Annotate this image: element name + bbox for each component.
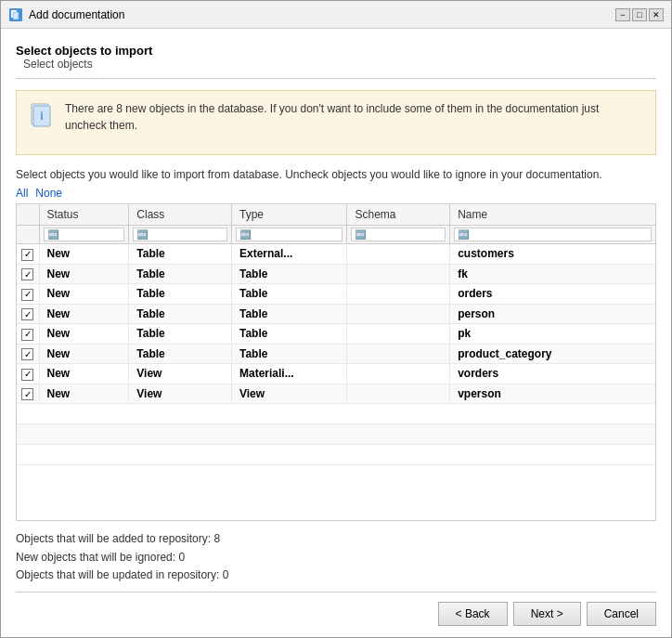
summary-line1: Objects that will be added to repository… xyxy=(16,530,656,548)
row-class: Table xyxy=(129,244,232,265)
cancel-button[interactable]: Cancel xyxy=(587,602,656,626)
window-controls: − □ ✕ xyxy=(615,8,664,21)
row-type: Table xyxy=(231,324,347,345)
row-schema xyxy=(347,264,450,284)
row-status: New xyxy=(39,244,129,265)
table-row: New View View vperson xyxy=(17,384,655,404)
info-text: There are 8 new objects in the database.… xyxy=(65,100,642,134)
row-checkbox-cell[interactable] xyxy=(17,384,39,404)
svg-text:i: i xyxy=(40,110,43,123)
svg-rect-2 xyxy=(13,12,19,20)
type-header: Type xyxy=(231,204,347,226)
row-name: customers xyxy=(450,244,655,265)
info-box: i There are 8 new objects in the databas… xyxy=(16,90,656,155)
row-type: Table xyxy=(231,284,347,305)
row-checkbox[interactable] xyxy=(21,308,33,320)
row-type: Table xyxy=(231,264,347,284)
filter-status-cell: 🔤 xyxy=(39,226,129,244)
row-checkbox[interactable] xyxy=(21,289,33,301)
row-schema xyxy=(347,284,450,305)
row-name: product_category xyxy=(450,344,655,364)
schema-header: Schema xyxy=(347,204,450,226)
back-button[interactable]: < Back xyxy=(438,602,508,626)
row-status: New xyxy=(39,324,129,345)
row-type: Table xyxy=(231,344,347,364)
row-checkbox[interactable] xyxy=(21,329,33,341)
row-class: Table xyxy=(129,264,232,284)
minimize-button[interactable]: − xyxy=(615,8,630,21)
name-header: Name xyxy=(450,204,655,226)
row-status: New xyxy=(39,304,129,324)
filter-type-cell: 🔤 xyxy=(231,226,347,244)
schema-filter-input[interactable]: 🔤 xyxy=(351,228,446,241)
row-status: New xyxy=(39,284,129,305)
all-link[interactable]: All xyxy=(16,187,28,200)
table-row: New Table External... customers xyxy=(17,244,655,265)
app-icon xyxy=(8,7,23,22)
row-class: Table xyxy=(129,344,232,364)
row-checkbox-cell[interactable] xyxy=(17,264,39,284)
info-icon: i xyxy=(30,102,56,128)
table-row: New Table Table pk xyxy=(17,324,655,345)
filter-checkbox-cell xyxy=(17,226,39,244)
filter-name-cell: 🔤 xyxy=(450,226,655,244)
row-class: View xyxy=(129,384,232,404)
row-name: person xyxy=(450,304,655,324)
row-schema xyxy=(347,344,450,364)
row-name: orders xyxy=(450,284,655,305)
checkbox-header xyxy=(17,204,39,226)
header-divider xyxy=(16,78,656,79)
summary-line2: New objects that will be ignored: 0 xyxy=(16,549,656,566)
empty-row xyxy=(17,424,655,445)
row-checkbox[interactable] xyxy=(21,268,33,280)
summary-line3: Objects that will be updated in reposito… xyxy=(16,566,656,584)
row-type: Materiali... xyxy=(231,364,347,384)
row-checkbox[interactable] xyxy=(21,388,33,400)
row-schema xyxy=(347,324,450,345)
type-filter-input[interactable]: 🔤 xyxy=(236,228,343,241)
row-schema xyxy=(347,364,450,384)
title-bar: Add documentation − □ ✕ xyxy=(1,1,671,29)
table-row: New Table Table fk xyxy=(17,264,655,284)
table-row: New Table Table product_category xyxy=(17,344,655,364)
row-type: External... xyxy=(231,244,347,265)
footer: < Back Next > Cancel xyxy=(16,592,656,626)
row-name: vorders xyxy=(450,364,655,384)
class-filter-input[interactable]: 🔤 xyxy=(133,228,227,241)
row-status: New xyxy=(39,384,129,404)
maximize-button[interactable]: □ xyxy=(632,8,647,21)
empty-row xyxy=(17,404,655,424)
filter-row: 🔤 🔤 🔤 xyxy=(17,226,655,244)
all-none-row: All None xyxy=(16,187,656,200)
row-type: Table xyxy=(231,304,347,324)
name-filter-input[interactable]: 🔤 xyxy=(454,228,652,241)
objects-table: Status Class Type Schema Name 🔤 xyxy=(17,204,655,465)
table-row: New View Materiali... vorders xyxy=(17,364,655,384)
row-checkbox-cell[interactable] xyxy=(17,304,39,324)
row-checkbox-cell[interactable] xyxy=(17,284,39,305)
row-checkbox[interactable] xyxy=(21,369,33,381)
empty-row xyxy=(17,445,655,465)
row-checkbox[interactable] xyxy=(21,348,33,360)
summary-area: Objects that will be added to repository… xyxy=(16,530,656,584)
next-button[interactable]: Next > xyxy=(513,602,581,626)
row-checkbox-cell[interactable] xyxy=(17,344,39,364)
status-header: Status xyxy=(39,204,129,226)
table-row: New Table Table orders xyxy=(17,284,655,305)
row-schema xyxy=(347,304,450,324)
class-header: Class xyxy=(129,204,232,226)
row-schema xyxy=(347,384,450,404)
row-checkbox-cell[interactable] xyxy=(17,364,39,384)
page-header: Select objects to import Select objects xyxy=(16,44,656,71)
row-checkbox[interactable] xyxy=(21,249,33,261)
row-type: View xyxy=(231,384,347,404)
filter-class-cell: 🔤 xyxy=(129,226,232,244)
row-checkbox-cell[interactable] xyxy=(17,324,39,345)
page-subtitle: Select objects xyxy=(23,58,656,71)
close-button[interactable]: ✕ xyxy=(649,8,664,21)
status-filter-input[interactable]: 🔤 xyxy=(44,228,125,241)
row-class: View xyxy=(129,364,232,384)
row-checkbox-cell[interactable] xyxy=(17,244,39,265)
none-link[interactable]: None xyxy=(35,187,62,200)
row-status: New xyxy=(39,364,129,384)
